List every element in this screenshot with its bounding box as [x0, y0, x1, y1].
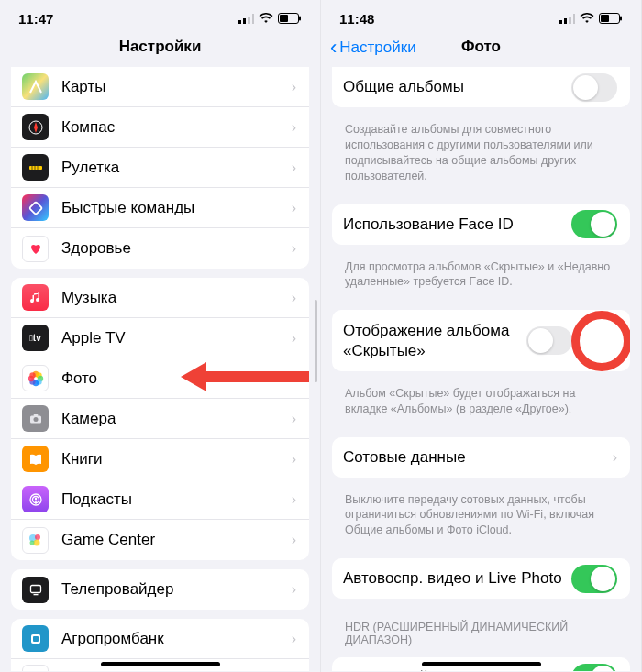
signal-icon — [238, 11, 254, 27]
settings-scroll[interactable]: Карты › Компас › Рулетка › — [0, 67, 320, 671]
row-music[interactable]: Музыка › — [11, 278, 309, 318]
row-shared-albums[interactable]: Общие альбомы — [332, 67, 630, 107]
svg-point-26 — [34, 497, 36, 499]
photos-header: ‹ Настройки Фото — [321, 28, 641, 67]
group-hidden: Отображение альбома «Скрытые» — [332, 310, 630, 371]
row-label: Общие альбомы — [343, 78, 571, 96]
row-gamecenter[interactable]: Game Center › — [11, 520, 309, 560]
music-icon — [22, 284, 49, 311]
chevron-right-icon: › — [292, 79, 296, 95]
row-measure[interactable]: Рулетка › — [11, 148, 309, 188]
health-icon — [22, 236, 49, 262]
status-bar: 11:48 — [321, 6, 641, 28]
group-shared-albums: Общие альбомы — [332, 67, 630, 107]
wifi-icon — [580, 11, 594, 27]
toggle-shared-albums[interactable] — [571, 73, 617, 102]
toggle-hidden-album[interactable] — [526, 326, 572, 355]
chevron-right-icon: › — [292, 491, 296, 508]
svg-rect-2 — [248, 17, 250, 24]
svg-rect-41 — [620, 17, 622, 21]
row-autoplay[interactable]: Автовоспр. видео и Live Photo — [332, 558, 630, 599]
chevron-right-icon: › — [292, 240, 296, 257]
row-label: Телепровайдер — [61, 580, 292, 599]
row-hidden-album[interactable]: Отображение альбома «Скрытые» — [332, 310, 630, 371]
group-cellular: Сотовые данные › — [332, 437, 630, 478]
row-appletv[interactable]: tv Apple TV › — [11, 318, 309, 358]
row-health[interactable]: Здоровье › — [11, 228, 309, 269]
row-maps[interactable]: Карты › — [11, 67, 309, 107]
camera-icon — [22, 405, 49, 432]
settings-group-2: Музыка › tv Apple TV › Фото › — [11, 278, 309, 560]
svg-point-29 — [33, 540, 39, 546]
compass-icon — [22, 114, 49, 140]
row-compass[interactable]: Компас › — [11, 107, 309, 148]
gamecenter-icon — [22, 527, 49, 554]
row-label: Камера — [61, 410, 292, 428]
svg-point-20 — [29, 372, 35, 378]
status-bar: 11:47 — [0, 6, 320, 28]
chevron-right-icon: › — [292, 670, 296, 672]
toggle-faceid[interactable] — [571, 210, 617, 238]
toggle-hdr[interactable] — [571, 664, 617, 671]
books-icon — [22, 446, 49, 472]
scrollbar[interactable] — [315, 300, 317, 382]
back-button[interactable]: ‹ Настройки — [330, 38, 416, 58]
footer-faceid: Для просмотра альбомов «Скрытые» и «Неда… — [321, 254, 641, 303]
svg-rect-32 — [33, 594, 38, 595]
footer-cellular: Выключите передачу сотовых данных, чтобы… — [321, 487, 641, 552]
row-label: См. полный HDR — [343, 668, 571, 671]
chevron-right-icon: › — [292, 451, 296, 468]
home-indicator[interactable] — [422, 662, 541, 666]
svg-rect-38 — [573, 14, 575, 24]
photos-scroll[interactable]: Общие альбомы Создавайте альбомы для сов… — [321, 67, 641, 671]
photos-settings-screen: 11:48 ‹ Настройки Фото Общие альбомы Соз… — [321, 0, 642, 672]
svg-rect-35 — [559, 20, 562, 24]
svg-point-23 — [33, 417, 38, 422]
row-label: Автовоспр. видео и Live Photo — [343, 569, 571, 588]
row-label: Книги — [61, 450, 292, 468]
battery-icon — [599, 11, 623, 27]
group-autoplay: Автовоспр. видео и Live Photo — [332, 558, 630, 599]
header-hdr: HDR (РАСШИРЕННЫЙ ДИНАМИЧЕСКИЙ ДИАПАЗОН) — [321, 608, 641, 650]
chevron-right-icon: › — [292, 160, 296, 176]
footer-shared-albums: Создавайте альбомы для совместного испол… — [321, 116, 641, 197]
settings-group-3: Телепровайдер › — [11, 569, 309, 610]
svg-rect-1 — [243, 18, 246, 24]
toggle-autoplay[interactable] — [571, 565, 617, 593]
wifi-icon — [259, 11, 273, 27]
disk-icon — [22, 665, 49, 671]
shortcuts-icon — [22, 194, 49, 221]
podcasts-icon — [22, 486, 49, 512]
svg-rect-8 — [29, 166, 42, 170]
row-photos[interactable]: Фото › — [11, 358, 309, 399]
chevron-right-icon: › — [292, 411, 296, 427]
chevron-right-icon: › — [613, 449, 617, 466]
row-label: Компас — [61, 118, 292, 137]
home-indicator[interactable] — [101, 662, 220, 666]
row-agro[interactable]: Агропромбанк › — [11, 619, 309, 659]
row-books[interactable]: Книги › — [11, 439, 309, 479]
chevron-right-icon: › — [292, 330, 296, 347]
row-shortcuts[interactable]: Быстрые команды › — [11, 188, 309, 228]
chevron-right-icon: › — [292, 119, 296, 136]
row-label: Карты — [61, 78, 292, 96]
row-label: Здоровье — [61, 239, 292, 258]
row-label: Диск — [61, 669, 292, 672]
row-camera[interactable]: Камера › — [11, 399, 309, 439]
maps-icon — [22, 73, 49, 100]
row-label: Отображение альбома «Скрытые» — [343, 315, 526, 366]
svg-point-30 — [29, 541, 34, 545]
row-label: Game Center — [61, 531, 292, 549]
row-label: Рулетка — [61, 159, 292, 177]
row-podcasts[interactable]: Подкасты › — [11, 479, 309, 520]
row-label: Сотовые данные — [343, 448, 613, 467]
settings-group-1: Карты › Компас › Рулетка › — [11, 67, 309, 269]
status-time: 11:48 — [339, 11, 374, 27]
row-faceid[interactable]: Использование Face ID — [332, 204, 630, 245]
row-tvprovider[interactable]: Телепровайдер › — [11, 569, 309, 610]
group-faceid: Использование Face ID — [332, 204, 630, 245]
battery-icon — [278, 11, 302, 27]
row-cellular[interactable]: Сотовые данные › — [332, 437, 630, 478]
svg-rect-40 — [601, 15, 609, 22]
settings-main-screen: 11:47 Настройки Карты › Компас › — [0, 0, 321, 672]
